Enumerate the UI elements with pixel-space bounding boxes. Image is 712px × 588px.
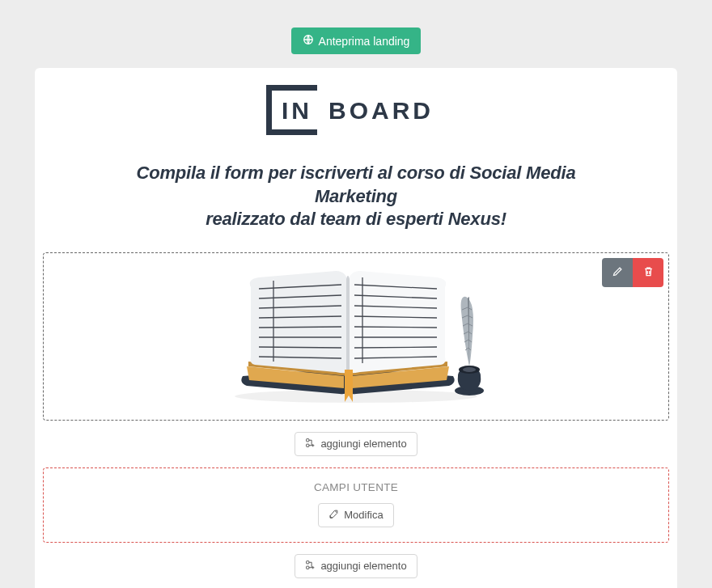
add-element-button-2[interactable]: aggiungi elemento <box>295 554 417 578</box>
add-element-button-1[interactable]: aggiungi elemento <box>295 432 417 456</box>
add-node-icon <box>305 438 316 451</box>
svg-text:IN: IN <box>282 97 312 124</box>
edit-block-button[interactable] <box>602 258 633 287</box>
block-actions <box>602 258 663 287</box>
user-fields-block[interactable]: CAMPI UTENTE Modifica <box>43 467 669 543</box>
heading-line-1: Compila il form per iscriverti al corso … <box>137 163 576 206</box>
svg-rect-40 <box>307 566 309 569</box>
modify-fields-button[interactable]: Modifica <box>318 503 393 527</box>
globe-icon <box>303 34 314 48</box>
content-block-image[interactable] <box>43 252 669 421</box>
delete-block-button[interactable] <box>633 258 663 287</box>
edit-square-icon <box>328 509 339 522</box>
add-node-icon <box>305 560 316 573</box>
editor-card: IN BOARD Compila il form per iscriverti … <box>35 68 677 588</box>
modify-button-label: Modifica <box>344 509 383 521</box>
logo: IN BOARD <box>262 81 450 139</box>
svg-rect-38 <box>307 444 309 446</box>
heading-line-2: realizzato dal team di esperti Nexus! <box>206 209 506 229</box>
preview-landing-button[interactable]: Anteprima landing <box>291 27 422 54</box>
svg-point-24 <box>463 367 476 372</box>
pencil-icon <box>612 265 624 280</box>
page-heading: Compila il form per iscriverti al corso … <box>97 162 615 231</box>
trash-icon <box>642 265 655 280</box>
svg-rect-39 <box>307 561 309 563</box>
add-element-label-1: aggiungi elemento <box>320 438 406 450</box>
preview-button-label: Anteprima landing <box>319 35 410 48</box>
book-quill-illustration <box>227 263 485 410</box>
svg-rect-37 <box>307 438 309 441</box>
svg-text:BOARD: BOARD <box>328 97 434 124</box>
user-fields-heading: CAMPI UTENTE <box>314 481 398 493</box>
add-element-label-2: aggiungi elemento <box>320 560 406 572</box>
